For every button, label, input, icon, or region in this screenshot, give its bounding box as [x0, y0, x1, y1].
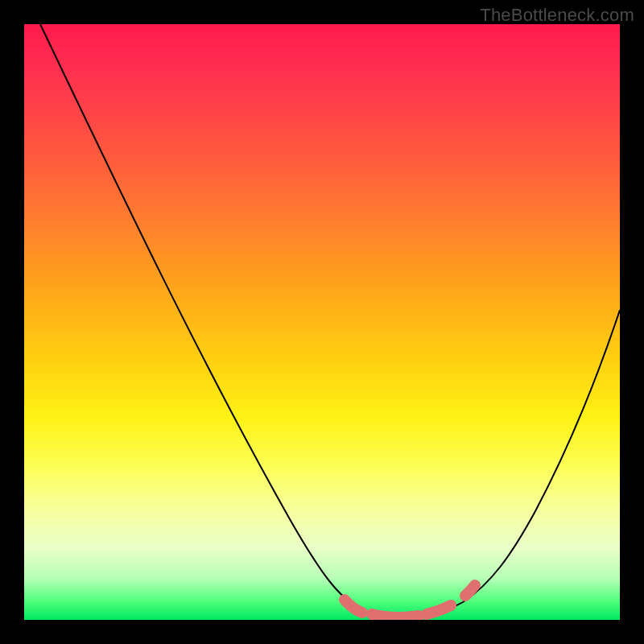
chart-frame: TheBottleneck.com — [0, 0, 644, 644]
bottleneck-curve-path — [40, 24, 620, 617]
optimal-region-highlight — [345, 585, 475, 617]
plot-area — [24, 24, 620, 620]
chart-svg — [24, 24, 620, 620]
watermark-text: TheBottleneck.com — [480, 5, 634, 26]
